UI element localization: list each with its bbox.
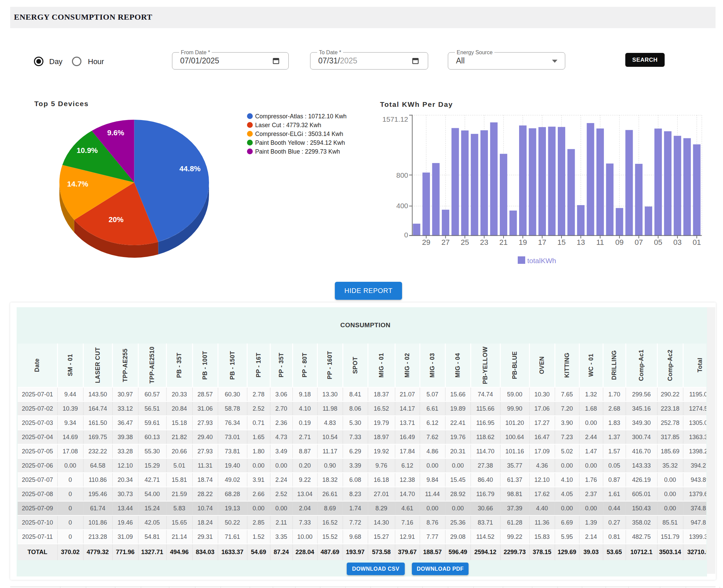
svg-text:05: 05	[654, 238, 662, 247]
svg-text:19: 19	[519, 238, 527, 247]
svg-text:0: 0	[404, 231, 408, 239]
svg-text:21: 21	[499, 238, 508, 247]
svg-text:800: 800	[396, 171, 408, 179]
svg-text:25: 25	[461, 238, 469, 247]
svg-text:1571.12: 1571.12	[382, 115, 408, 123]
svg-text:totalKWh: totalKWh	[527, 257, 556, 264]
svg-text:01: 01	[692, 238, 701, 247]
svg-text:17: 17	[538, 238, 546, 247]
svg-text:13: 13	[577, 238, 585, 247]
svg-text:29: 29	[422, 238, 430, 247]
svg-text:07: 07	[635, 238, 643, 247]
svg-text:23: 23	[480, 238, 488, 247]
svg-text:15: 15	[557, 238, 566, 247]
svg-text:03: 03	[673, 238, 681, 247]
svg-text:400: 400	[396, 202, 408, 210]
svg-text:27: 27	[441, 238, 450, 247]
svg-text:11: 11	[596, 238, 604, 247]
svg-text:09: 09	[615, 238, 624, 247]
